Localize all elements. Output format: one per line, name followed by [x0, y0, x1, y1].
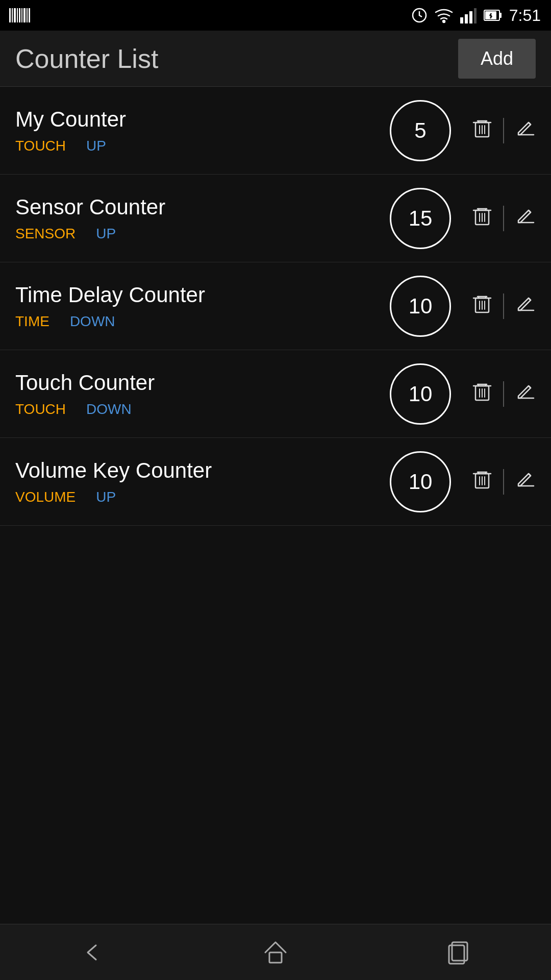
- counter-name-touch-counter: Touch Counter: [15, 371, 390, 395]
- counter-value-my-counter: 5: [414, 118, 426, 143]
- action-divider-touch-counter: [503, 381, 504, 407]
- trash-icon-time-delay-counter: [471, 293, 493, 314]
- status-bar-right: 7:51: [411, 6, 541, 25]
- counter-info-time-delay-counter: Time Delay Counter TIME DOWN: [15, 283, 390, 330]
- counter-actions-time-delay-counter: [471, 293, 536, 319]
- trash-icon-volume-key-counter: [471, 469, 493, 490]
- wifi-icon: [435, 7, 453, 23]
- counter-name-time-delay-counter: Time Delay Counter: [15, 283, 390, 307]
- counter-name-my-counter: My Counter: [15, 107, 390, 132]
- counter-item-time-delay-counter[interactable]: Time Delay Counter TIME DOWN 10: [0, 262, 551, 350]
- counter-value-circle-time-delay-counter[interactable]: 10: [390, 276, 451, 337]
- status-time: 7:51: [509, 6, 541, 25]
- trash-icon-sensor-counter: [471, 205, 493, 227]
- delete-button-touch-counter[interactable]: [471, 381, 493, 407]
- counter-tags-touch-counter: TOUCH DOWN: [15, 401, 390, 418]
- counter-item-volume-key-counter[interactable]: Volume Key Counter VOLUME UP 10: [0, 438, 551, 526]
- svg-line-30: [529, 210, 531, 212]
- edit-icon-volume-key-counter: [514, 469, 536, 490]
- counter-item-sensor-counter[interactable]: Sensor Counter SENSOR UP 15: [0, 175, 551, 262]
- delete-button-volume-key-counter[interactable]: [471, 469, 493, 495]
- signal-icon: [460, 7, 477, 23]
- svg-rect-2: [460, 17, 463, 23]
- counter-direction-time-delay-counter: DOWN: [70, 313, 115, 330]
- delete-button-sensor-counter[interactable]: [471, 205, 493, 231]
- svg-rect-62: [269, 952, 282, 963]
- battery-icon: [484, 7, 502, 23]
- counter-type-sensor-counter: SENSOR: [15, 226, 76, 242]
- counter-direction-volume-key-counter: UP: [96, 489, 116, 505]
- counter-info-my-counter: My Counter TOUCH UP: [15, 107, 390, 154]
- svg-rect-3: [465, 14, 468, 23]
- counter-value-circle-touch-counter[interactable]: 10: [390, 363, 451, 425]
- counter-actions-touch-counter: [471, 381, 536, 407]
- counter-value-touch-counter: 10: [409, 382, 433, 406]
- action-divider-volume-key-counter: [503, 469, 504, 495]
- counter-tags-time-delay-counter: TIME DOWN: [15, 313, 390, 330]
- back-button[interactable]: [61, 932, 122, 973]
- counter-tags-my-counter: TOUCH UP: [15, 138, 390, 154]
- svg-rect-7: [499, 13, 502, 18]
- counter-value-volume-key-counter: 10: [409, 470, 433, 494]
- counter-list-container: My Counter TOUCH UP 5: [0, 87, 551, 924]
- counter-list: My Counter TOUCH UP 5: [0, 87, 551, 526]
- recents-button[interactable]: [429, 932, 490, 973]
- counter-actions-sensor-counter: [471, 205, 536, 231]
- counter-tags-sensor-counter: SENSOR UP: [15, 226, 390, 242]
- edit-icon-my-counter: [514, 117, 536, 139]
- recents-icon: [445, 938, 473, 967]
- counter-name-volume-key-counter: Volume Key Counter: [15, 458, 390, 483]
- svg-line-40: [529, 298, 531, 300]
- counter-item-touch-counter[interactable]: Touch Counter TOUCH DOWN 10: [0, 350, 551, 438]
- status-bar: 7:51: [0, 0, 551, 31]
- counter-value-sensor-counter: 15: [409, 206, 433, 231]
- counter-direction-sensor-counter: UP: [96, 226, 116, 242]
- counter-actions-volume-key-counter: [471, 469, 536, 495]
- action-divider-sensor-counter: [503, 206, 504, 231]
- counter-name-sensor-counter: Sensor Counter: [15, 195, 390, 219]
- edit-button-touch-counter[interactable]: [514, 381, 536, 407]
- svg-rect-5: [474, 8, 477, 23]
- counter-type-my-counter: TOUCH: [15, 138, 66, 154]
- svg-line-60: [529, 474, 531, 476]
- svg-point-1: [443, 20, 445, 22]
- counter-actions-my-counter: [471, 117, 536, 143]
- svg-line-50: [529, 386, 531, 388]
- back-icon: [78, 938, 106, 967]
- edit-icon-touch-counter: [514, 381, 536, 402]
- counter-value-time-delay-counter: 10: [409, 294, 433, 318]
- counter-type-touch-counter: TOUCH: [15, 401, 66, 418]
- trash-icon-touch-counter: [471, 381, 493, 402]
- counter-type-time-delay-counter: TIME: [15, 313, 49, 330]
- counter-item-my-counter[interactable]: My Counter TOUCH UP 5: [0, 87, 551, 175]
- edit-button-time-delay-counter[interactable]: [514, 293, 536, 319]
- counter-info-sensor-counter: Sensor Counter SENSOR UP: [15, 195, 390, 242]
- counter-info-touch-counter: Touch Counter TOUCH DOWN: [15, 371, 390, 418]
- delete-button-my-counter[interactable]: [471, 117, 493, 143]
- counter-value-circle-sensor-counter[interactable]: 15: [390, 188, 451, 249]
- edit-button-my-counter[interactable]: [514, 117, 536, 143]
- page-title: Counter List: [15, 43, 158, 74]
- edit-button-volume-key-counter[interactable]: [514, 469, 536, 495]
- add-button[interactable]: Add: [458, 39, 536, 79]
- edit-icon-time-delay-counter: [514, 293, 536, 314]
- bottom-nav: [0, 924, 551, 980]
- svg-line-20: [529, 122, 531, 125]
- action-divider-time-delay-counter: [503, 293, 504, 319]
- status-bar-left: [10, 6, 29, 24]
- counter-type-volume-key-counter: VOLUME: [15, 489, 76, 505]
- trash-icon-my-counter: [471, 117, 493, 139]
- edit-button-sensor-counter[interactable]: [514, 205, 536, 231]
- home-button[interactable]: [245, 932, 306, 973]
- counter-tags-volume-key-counter: VOLUME UP: [15, 489, 390, 505]
- app-header: Counter List Add: [0, 31, 551, 87]
- clock-icon: [411, 7, 428, 23]
- counter-direction-touch-counter: DOWN: [86, 401, 132, 418]
- action-divider-my-counter: [503, 118, 504, 143]
- counter-direction-my-counter: UP: [86, 138, 106, 154]
- home-icon: [261, 938, 290, 967]
- counter-value-circle-volume-key-counter[interactable]: 10: [390, 451, 451, 512]
- barcode-icon: [10, 6, 29, 24]
- counter-value-circle-my-counter[interactable]: 5: [390, 100, 451, 161]
- delete-button-time-delay-counter[interactable]: [471, 293, 493, 319]
